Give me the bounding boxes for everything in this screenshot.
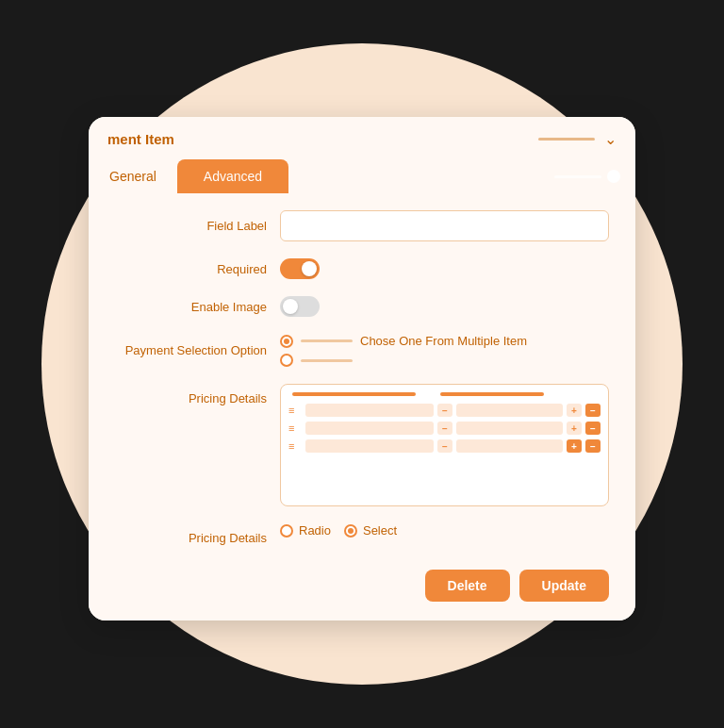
delete-button[interactable]: Delete bbox=[425, 570, 510, 602]
drag-icon-3: ≡ bbox=[288, 440, 302, 452]
pricing-bottom-label: Pricing Details bbox=[115, 531, 280, 545]
required-row: Required bbox=[115, 258, 609, 279]
pricing-bottom-row: Pricing Details Radio Select bbox=[115, 523, 609, 553]
required-label: Required bbox=[115, 262, 280, 276]
pricing-field-2[interactable] bbox=[305, 422, 434, 435]
field-label-row: Field Label bbox=[115, 210, 609, 241]
radio-line-2 bbox=[301, 359, 353, 362]
pricing-field-1[interactable] bbox=[305, 404, 434, 417]
panel-title: ment Item bbox=[107, 131, 174, 147]
toggle-thumb-on bbox=[302, 261, 317, 276]
radio-option-1[interactable]: Chose One From Multiple Item bbox=[280, 334, 527, 348]
pricing-field-3[interactable] bbox=[305, 439, 434, 453]
enable-image-row: Enable Image bbox=[115, 296, 609, 317]
delete-btn-2[interactable]: − bbox=[585, 422, 601, 435]
header-right: ⌄ bbox=[538, 130, 617, 148]
panel: ment Item ⌄ General Advanced Field Label… bbox=[89, 117, 635, 620]
button-row: Delete Update bbox=[115, 570, 609, 602]
pricing-col-1-header bbox=[292, 392, 416, 396]
chevron-down-icon[interactable]: ⌄ bbox=[604, 130, 617, 148]
pricing-amount-2[interactable] bbox=[456, 422, 563, 435]
header-line bbox=[538, 138, 595, 141]
tab-advanced[interactable]: Advanced bbox=[177, 159, 288, 193]
toggle-dot-icon bbox=[607, 170, 620, 183]
payment-selection-row: Payment Selection Option Chose One From … bbox=[115, 334, 609, 367]
tab-line bbox=[554, 175, 601, 178]
required-toggle[interactable] bbox=[280, 258, 320, 279]
tabs-bar: General Advanced bbox=[89, 159, 635, 193]
radio-circle-2 bbox=[280, 354, 293, 367]
toggle-thumb-off bbox=[283, 299, 298, 314]
bottom-radio-group: Radio Select bbox=[280, 523, 397, 538]
payment-selection-label: Payment Selection Option bbox=[115, 343, 280, 357]
minus-btn-2[interactable]: − bbox=[437, 422, 452, 435]
update-button[interactable]: Update bbox=[519, 570, 609, 602]
tab-general[interactable]: General bbox=[89, 159, 177, 193]
radio-circle-1 bbox=[280, 335, 293, 348]
pricing-details-row: Pricing Details ≡ − + − bbox=[115, 384, 609, 506]
plus-btn-1[interactable]: + bbox=[567, 404, 582, 417]
pricing-data-row-1: ≡ − + − bbox=[288, 404, 601, 417]
plus-btn-2[interactable]: + bbox=[567, 422, 582, 435]
radio-circle-radio bbox=[280, 524, 293, 538]
radio-opt-radio[interactable]: Radio bbox=[280, 523, 331, 538]
pricing-col-2-header bbox=[440, 392, 544, 396]
drag-icon-1: ≡ bbox=[288, 405, 302, 416]
tab-toggle-area bbox=[554, 170, 620, 183]
plus-btn-3[interactable]: + bbox=[567, 439, 582, 453]
radio-line-1 bbox=[301, 339, 353, 342]
payment-radio-group: Chose One From Multiple Item bbox=[280, 334, 527, 367]
pricing-table: ≡ − + − ≡ − + − ≡ bbox=[280, 384, 609, 506]
field-label-label: Field Label bbox=[115, 219, 280, 233]
pricing-amount-1[interactable] bbox=[456, 404, 563, 417]
delete-btn-1[interactable]: − bbox=[585, 404, 601, 417]
radio-opt-select[interactable]: Select bbox=[344, 523, 397, 538]
pricing-data-row-2: ≡ − + − bbox=[288, 422, 601, 435]
pricing-details-label: Pricing Details bbox=[115, 384, 280, 405]
radio-label: Radio bbox=[299, 523, 331, 538]
radio-option-2[interactable] bbox=[280, 354, 527, 367]
pricing-data-row-3: ≡ − + − bbox=[288, 439, 601, 453]
drag-icon-2: ≡ bbox=[288, 422, 302, 434]
minus-btn-3[interactable]: − bbox=[437, 439, 452, 453]
minus-btn-1[interactable]: − bbox=[437, 404, 452, 417]
panel-header: ment Item ⌄ bbox=[89, 117, 635, 148]
radio-label-1: Chose One From Multiple Item bbox=[360, 334, 527, 348]
enable-image-label: Enable Image bbox=[115, 300, 280, 314]
panel-content: Field Label Required Enable Image Paymen… bbox=[89, 193, 635, 620]
delete-btn-3[interactable]: − bbox=[585, 439, 601, 453]
pricing-amount-3[interactable] bbox=[456, 439, 563, 453]
field-label-input[interactable] bbox=[280, 210, 609, 241]
select-label: Select bbox=[363, 523, 397, 538]
enable-image-toggle[interactable] bbox=[280, 296, 320, 317]
pricing-header-row bbox=[288, 392, 601, 396]
radio-circle-select bbox=[344, 524, 357, 538]
